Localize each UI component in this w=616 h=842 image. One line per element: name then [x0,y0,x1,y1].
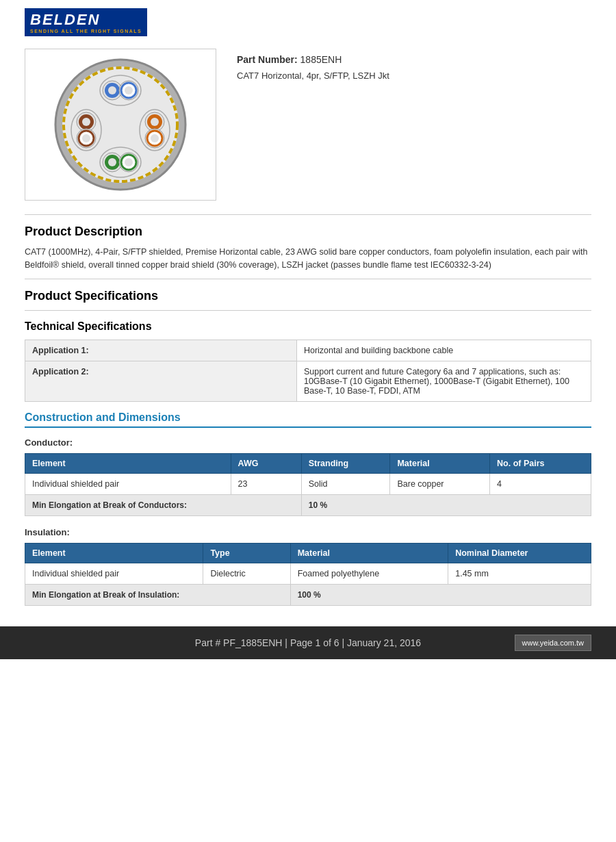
conductor-th-pairs: No. of Pairs [490,453,591,473]
conductor-pairs: 4 [490,473,591,494]
logo-brand: BELDEN [30,11,100,28]
app1-value: Horizontal and building backbone cable [296,340,591,361]
logo: BELDEN SENDING ALL THE RIGHT SIGNALS [25,8,147,36]
tech-spec-table: Application 1: Horizontal and building b… [25,340,591,402]
construction-heading: Construction and Dimensions [25,411,591,424]
insulation-th-diameter: Nominal Diameter [448,543,591,563]
part-number-value: 1885ENH [300,54,342,65]
insulation-label: Insulation: [25,527,591,537]
svg-point-16 [151,134,159,142]
product-specifications-section: Product Specifications Technical Specifi… [25,289,591,606]
svg-point-30 [82,134,90,142]
conductor-element: Individual shielded pair [25,473,231,494]
conductor-section: Conductor: Element AWG Stranding Materia… [25,437,591,516]
app1-label: Application 1: [25,340,297,361]
product-header: Part Number: 1885ENH CAT7 Horizontal, 4p… [25,49,591,201]
product-description-text: CAT7 (1000MHz), 4-Pair, S/FTP shielded, … [25,246,591,272]
logo-box: BELDEN SENDING ALL THE RIGHT SIGNALS [25,8,147,36]
svg-point-23 [125,158,133,166]
insulation-th-type: Type [203,543,290,563]
insulation-table: Element Type Material Nominal Diameter I… [25,543,591,606]
product-description-section: Product Description CAT7 (1000MHz), 4-Pa… [25,225,591,272]
conductor-awg: 23 [231,473,301,494]
app2-value: Support current and future Category 6a a… [296,361,591,401]
part-number-line: Part Number: 1885ENH [237,54,389,65]
insulation-type: Dielectric [203,563,290,584]
technical-specifications-heading: Technical Specifications [25,320,591,333]
footer-text: Part # PF_1885ENH | Page 1 of 6 | Januar… [195,637,421,648]
product-subtitle: CAT7 Horizontal, 4pr, S/FTP, LSZH Jkt [237,71,389,81]
conductor-th-element: Element [25,453,231,473]
table-row: Application 2: Support current and futur… [25,361,591,401]
divider-1 [25,214,591,215]
svg-point-13 [151,118,159,126]
conductor-label: Conductor: [25,437,591,448]
product-image-box [25,49,216,201]
table-row: Individual shielded pair Dielectric Foam… [25,563,591,584]
divider-3 [25,310,591,311]
conductor-th-material: Material [390,453,490,473]
main-content: Part Number: 1885ENH CAT7 Horizontal, 4p… [0,49,616,606]
insulation-th-material: Material [290,543,448,563]
insulation-header-row: Element Type Material Nominal Diameter [25,543,591,563]
technical-specifications-section: Technical Specifications Application 1: … [25,320,591,402]
conductor-table: Element AWG Stranding Material No. of Pa… [25,453,591,516]
footer-website: www.yeida.com.tw [515,635,591,651]
conductor-stranding: Solid [301,473,390,494]
conductor-material: Bare copper [390,473,490,494]
min-elongation-conductor-row: Min Elongation at Break of Conductors: 1… [25,494,591,515]
conductor-th-stranding: Stranding [301,453,390,473]
min-elong-insulation-label: Min Elongation at Break of Insulation: [25,584,291,605]
min-elong-insulation-value: 100 % [290,584,591,605]
product-description-heading: Product Description [25,225,591,239]
conductor-th-awg: AWG [231,453,301,473]
part-number-label: Part Number: [237,54,298,65]
min-elong-conductor-label: Min Elongation at Break of Conductors: [25,494,302,515]
insulation-material: Foamed polyethylene [290,563,448,584]
product-info: Part Number: 1885ENH CAT7 Horizontal, 4p… [237,49,389,81]
table-row: Application 1: Horizontal and building b… [25,340,591,361]
min-elong-conductor-value: 10 % [301,494,591,515]
construction-section: Construction and Dimensions Conductor: E… [25,411,591,606]
svg-point-27 [82,118,90,126]
insulation-section: Insulation: Element Type Material Nomina… [25,527,591,606]
svg-point-6 [108,86,116,94]
divider-2 [25,279,591,279]
header: BELDEN SENDING ALL THE RIGHT SIGNALS [0,0,616,42]
insulation-element: Individual shielded pair [25,563,203,584]
svg-point-20 [108,158,116,166]
min-elongation-insulation-row: Min Elongation at Break of Insulation: 1… [25,584,591,605]
cable-image [38,56,203,193]
table-row: Individual shielded pair 23 Solid Bare c… [25,473,591,494]
footer: Part # PF_1885ENH | Page 1 of 6 | Januar… [0,626,616,659]
insulation-diameter: 1.45 mm [448,563,591,584]
insulation-th-element: Element [25,543,203,563]
blue-divider [25,426,591,428]
logo-tagline: SENDING ALL THE RIGHT SIGNALS [30,29,142,34]
conductor-header-row: Element AWG Stranding Material No. of Pa… [25,453,591,473]
product-specifications-heading: Product Specifications [25,289,591,303]
svg-point-9 [125,86,133,94]
app2-label: Application 2: [25,361,297,401]
